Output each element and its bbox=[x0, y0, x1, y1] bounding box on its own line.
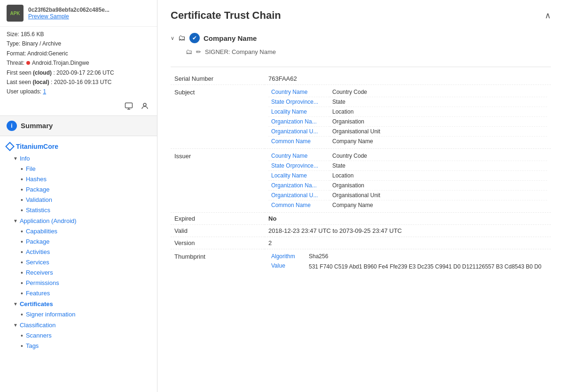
country-code-val: Country Code bbox=[329, 87, 547, 97]
info-section-header[interactable]: ▼ Info bbox=[13, 153, 157, 164]
company-name-row[interactable]: ∨ 🗂 ✔ Company Name bbox=[171, 30, 551, 46]
nav-file[interactable]: File bbox=[21, 164, 157, 174]
algorithm-val: Sha256 bbox=[306, 252, 547, 261]
extra-items: Tags bbox=[13, 341, 157, 351]
nav-validation[interactable]: Validation bbox=[21, 195, 157, 205]
issuer-org-unit-key: Organizational U... bbox=[268, 191, 329, 200]
file-metadata: Size: 185.6 KB Type: Binary / Archive Fo… bbox=[0, 27, 157, 100]
list-item: Algorithm Sha256 bbox=[268, 252, 547, 261]
sidebar-header: APK 0c23f62ba98ebfa2c062c485e... Preview… bbox=[0, 0, 157, 27]
nav-features[interactable]: Features bbox=[21, 288, 157, 299]
last-seen: Last seen (local) : 2020-10-16 09:13 UTC bbox=[7, 77, 150, 87]
table-row: Subject Country Name Country Code State … bbox=[171, 85, 551, 149]
first-seen: First seen (cloud) : 2020-09-17 22:06 UT… bbox=[7, 68, 150, 77]
state-val: State bbox=[329, 97, 547, 107]
issuer-state-key: State Orprovince... bbox=[268, 161, 329, 171]
nav-hashes[interactable]: Hashes bbox=[21, 174, 157, 184]
issuer-value: Country Name Country Code State Orprovin… bbox=[265, 149, 551, 213]
org-val: Organisation bbox=[329, 117, 547, 127]
nav-package-android[interactable]: Package bbox=[21, 237, 157, 247]
nav-capabilities[interactable]: Capabilities bbox=[21, 226, 157, 237]
svg-point-1 bbox=[143, 103, 146, 106]
issuer-org-unit-val: Organisational Unit bbox=[329, 191, 547, 200]
chevron-icon: ▼ bbox=[13, 218, 18, 223]
common-name-val: Company Name bbox=[329, 137, 547, 146]
main-header: Certificate Trust Chain ∧ bbox=[171, 9, 551, 22]
subject-value: Country Name Country Code State Orprovin… bbox=[265, 85, 551, 149]
country-name-key: Country Name bbox=[268, 87, 329, 97]
page-title: Certificate Trust Chain bbox=[171, 9, 281, 22]
apk-icon: APK bbox=[7, 5, 24, 22]
list-item: Locality Name Location bbox=[268, 171, 547, 181]
certificates-items: Signer information bbox=[13, 309, 157, 320]
classification-items: Scanners bbox=[13, 331, 157, 341]
diamond-icon bbox=[5, 142, 15, 151]
common-name-key: Common Name bbox=[268, 137, 329, 146]
classification-section-header[interactable]: ▼ Classification bbox=[13, 320, 157, 331]
certificates-section-header[interactable]: ▼ Certificates bbox=[13, 299, 157, 309]
nav-scanners[interactable]: Scanners bbox=[21, 331, 157, 341]
file-format: Format: Android:Generic bbox=[7, 49, 150, 58]
nav-statistics[interactable]: Statistics bbox=[21, 205, 157, 215]
issuer-country-val: Country Code bbox=[329, 151, 547, 161]
threat-label: Threat: bbox=[7, 58, 24, 68]
application-section-header[interactable]: ▼ Application (Android) bbox=[13, 215, 157, 226]
nav-permissions[interactable]: Permissions bbox=[21, 278, 157, 288]
monitor-icon[interactable] bbox=[123, 100, 134, 112]
pencil-icon: ✏ bbox=[196, 48, 201, 55]
file-hash: 0c23f62ba98ebfa2c062c485e... bbox=[28, 7, 110, 13]
nav-activities[interactable]: Activities bbox=[21, 247, 157, 257]
hash-value-key: Value bbox=[268, 261, 306, 272]
version-value: 2 bbox=[265, 237, 551, 249]
nav-receivers[interactable]: Receivers bbox=[21, 268, 157, 278]
nav-services[interactable]: Services bbox=[21, 257, 157, 268]
version-label: Version bbox=[171, 237, 265, 249]
table-row: Issuer Country Name Country Code State O… bbox=[171, 149, 551, 213]
root-label: TitaniumCore bbox=[16, 143, 58, 150]
classification-section: ▼ Classification Scanners bbox=[0, 320, 157, 341]
file-size: Size: 185.6 KB bbox=[7, 30, 150, 39]
list-item: Common Name Company Name bbox=[268, 200, 547, 210]
threat-name: Android.Trojan.Dingwe bbox=[32, 58, 89, 68]
signer-label: SIGNER: Company Name bbox=[205, 48, 276, 55]
nav-tags[interactable]: Tags bbox=[21, 341, 157, 351]
issuer-country-key: Country Name bbox=[268, 151, 329, 161]
user-uploads: User uploads: 1 bbox=[7, 87, 150, 96]
signer-row[interactable]: 🗂 ✏ SIGNER: Company Name bbox=[171, 46, 551, 57]
list-item: Country Name Country Code bbox=[268, 151, 547, 161]
titaniumcore-root[interactable]: TitaniumCore bbox=[0, 140, 157, 153]
certificates-label: Certificates bbox=[20, 300, 53, 307]
locality-key: Locality Name bbox=[268, 107, 329, 117]
preview-sample-link[interactable]: Preview Sample bbox=[28, 13, 110, 20]
tags-section: Tags bbox=[0, 341, 157, 351]
company-name-label: Company Name bbox=[204, 34, 257, 42]
list-item: Organizational U... Organisational Unit bbox=[268, 191, 547, 200]
svg-rect-0 bbox=[125, 103, 133, 108]
table-row: Serial Number 763FAA62 bbox=[171, 73, 551, 85]
user-icon[interactable] bbox=[139, 100, 150, 112]
state-key: State Orprovince... bbox=[268, 97, 329, 107]
issuer-common-name-val: Company Name bbox=[329, 200, 547, 210]
threat-row: Threat: Android.Trojan.Dingwe bbox=[7, 58, 150, 68]
folder-icon: 🗂 bbox=[178, 34, 186, 42]
classification-label: Classification bbox=[20, 322, 56, 329]
cert-table: Serial Number 763FAA62 Subject Country N… bbox=[171, 73, 551, 275]
signer-folder-icon: 🗂 bbox=[186, 48, 192, 55]
chevron-icon: ▼ bbox=[13, 156, 18, 161]
certificates-section: ▼ Certificates Signer information bbox=[0, 299, 157, 320]
application-section: ▼ Application (Android) Capabilities Pac… bbox=[0, 215, 157, 299]
serial-number-value: 763FAA62 bbox=[265, 73, 551, 85]
nav-signer-information[interactable]: Signer information bbox=[21, 309, 157, 320]
list-item: State Orprovince... State bbox=[268, 97, 547, 107]
expired-label: Expired bbox=[171, 213, 265, 225]
issuer-common-name-key: Common Name bbox=[268, 200, 329, 210]
list-item: Common Name Company Name bbox=[268, 137, 547, 146]
nav-package[interactable]: Package bbox=[21, 184, 157, 195]
locality-val: Location bbox=[329, 107, 547, 117]
user-uploads-link[interactable]: 1 bbox=[43, 88, 46, 95]
serial-number-label: Serial Number bbox=[171, 73, 265, 85]
collapse-button[interactable]: ∧ bbox=[545, 10, 551, 21]
threat-dot bbox=[26, 61, 30, 65]
org-unit-key: Organizational U... bbox=[268, 127, 329, 137]
table-row: Valid 2018-12-23 23:47 UTC to 2073-09-25… bbox=[171, 225, 551, 237]
